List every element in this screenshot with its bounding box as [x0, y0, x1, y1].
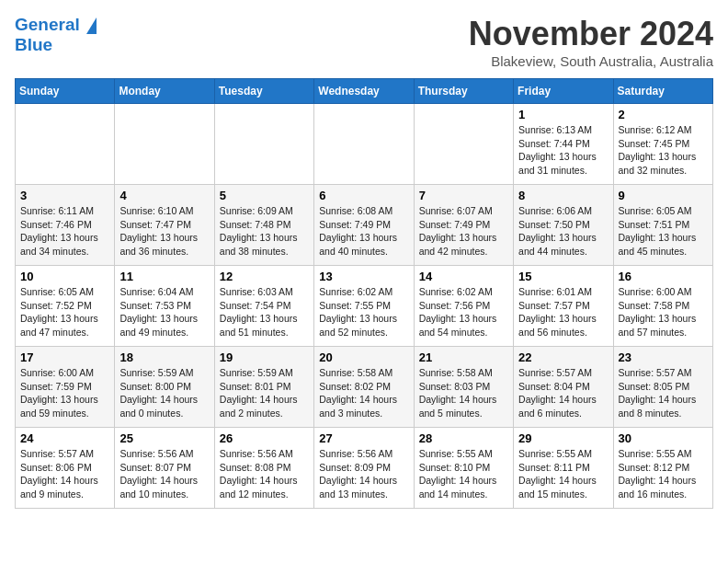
day-info: Sunrise: 6:01 AMSunset: 7:57 PMDaylight:…	[518, 285, 608, 339]
day-number: 16	[619, 270, 708, 283]
day-info: Sunrise: 5:58 AMSunset: 8:02 PMDaylight:…	[319, 366, 408, 420]
calendar-cell: 24Sunrise: 5:57 AMSunset: 8:06 PMDayligh…	[16, 428, 115, 509]
day-number: 13	[319, 270, 408, 283]
day-number: 23	[619, 350, 708, 364]
day-info: Sunrise: 5:56 AMSunset: 8:07 PMDaylight:…	[119, 447, 209, 501]
calendar-week-row: 10Sunrise: 6:05 AMSunset: 7:52 PMDayligh…	[16, 266, 713, 347]
day-info: Sunrise: 6:13 AMSunset: 7:44 PMDaylight:…	[518, 123, 608, 178]
col-header-wednesday: Wednesday	[314, 79, 414, 104]
day-number: 28	[419, 431, 508, 445]
day-number: 10	[20, 270, 109, 283]
calendar-cell: 11Sunrise: 6:04 AMSunset: 7:53 PMDayligh…	[115, 266, 214, 347]
day-number: 7	[419, 189, 508, 202]
day-info: Sunrise: 5:57 AMSunset: 8:05 PMDaylight:…	[619, 366, 708, 420]
logo-triangle-icon	[86, 17, 97, 34]
calendar-cell: 22Sunrise: 5:57 AMSunset: 8:04 PMDayligh…	[514, 347, 613, 428]
day-info: Sunrise: 5:56 AMSunset: 8:08 PMDaylight:…	[220, 447, 309, 501]
day-info: Sunrise: 6:10 AMSunset: 7:47 PMDaylight:…	[119, 204, 209, 259]
day-info: Sunrise: 6:08 AMSunset: 7:49 PMDaylight:…	[319, 204, 408, 259]
day-number: 8	[518, 189, 608, 202]
day-info: Sunrise: 6:05 AMSunset: 7:52 PMDaylight:…	[20, 285, 109, 339]
calendar-cell: 14Sunrise: 6:02 AMSunset: 7:56 PMDayligh…	[414, 266, 513, 347]
calendar-cell: 7Sunrise: 6:07 AMSunset: 7:49 PMDaylight…	[414, 185, 513, 266]
calendar-cell	[414, 104, 513, 185]
day-number: 18	[119, 350, 209, 364]
calendar-cell: 3Sunrise: 6:11 AMSunset: 7:46 PMDaylight…	[16, 185, 115, 266]
day-number: 19	[220, 350, 309, 364]
calendar-cell: 25Sunrise: 5:56 AMSunset: 8:07 PMDayligh…	[115, 428, 214, 509]
calendar-cell: 28Sunrise: 5:55 AMSunset: 8:10 PMDayligh…	[414, 428, 513, 509]
calendar-cell: 12Sunrise: 6:03 AMSunset: 7:54 PMDayligh…	[214, 266, 313, 347]
location-subtitle: Blakeview, South Australia, Australia	[469, 53, 713, 69]
title-block: November 2024 Blakeview, South Australia…	[469, 15, 713, 69]
day-number: 15	[518, 270, 608, 283]
day-info: Sunrise: 6:02 AMSunset: 7:55 PMDaylight:…	[319, 285, 408, 339]
day-info: Sunrise: 6:04 AMSunset: 7:53 PMDaylight:…	[119, 285, 209, 339]
calendar-cell: 1Sunrise: 6:13 AMSunset: 7:44 PMDaylight…	[514, 104, 613, 185]
logo-text-general: General	[15, 15, 80, 34]
col-header-friday: Friday	[514, 79, 613, 104]
day-info: Sunrise: 5:55 AMSunset: 8:10 PMDaylight:…	[419, 447, 508, 501]
calendar-cell	[214, 104, 313, 185]
day-number: 30	[619, 431, 708, 445]
calendar-cell: 17Sunrise: 6:00 AMSunset: 7:59 PMDayligh…	[16, 347, 115, 428]
day-info: Sunrise: 6:00 AMSunset: 7:58 PMDaylight:…	[619, 285, 708, 339]
calendar-cell	[115, 104, 214, 185]
calendar-cell: 2Sunrise: 6:12 AMSunset: 7:45 PMDaylight…	[613, 104, 712, 185]
day-info: Sunrise: 5:56 AMSunset: 8:09 PMDaylight:…	[319, 447, 408, 501]
day-info: Sunrise: 6:07 AMSunset: 7:49 PMDaylight:…	[419, 204, 508, 259]
calendar-cell: 8Sunrise: 6:06 AMSunset: 7:50 PMDaylight…	[514, 185, 613, 266]
day-number: 22	[518, 350, 608, 364]
day-number: 21	[419, 350, 508, 364]
day-info: Sunrise: 5:58 AMSunset: 8:03 PMDaylight:…	[419, 366, 508, 420]
day-info: Sunrise: 5:57 AMSunset: 8:06 PMDaylight:…	[20, 447, 109, 501]
day-info: Sunrise: 6:05 AMSunset: 7:51 PMDaylight:…	[619, 204, 708, 259]
day-number: 17	[20, 350, 109, 364]
month-title: November 2024	[469, 15, 713, 53]
day-info: Sunrise: 6:03 AMSunset: 7:54 PMDaylight:…	[220, 285, 309, 339]
calendar-header-row: SundayMondayTuesdayWednesdayThursdayFrid…	[16, 79, 713, 104]
calendar-cell: 5Sunrise: 6:09 AMSunset: 7:48 PMDaylight…	[214, 185, 313, 266]
day-number: 11	[119, 270, 209, 283]
calendar-cell: 30Sunrise: 5:55 AMSunset: 8:12 PMDayligh…	[613, 428, 712, 509]
calendar-cell: 19Sunrise: 5:59 AMSunset: 8:01 PMDayligh…	[214, 347, 313, 428]
col-header-saturday: Saturday	[613, 79, 712, 104]
day-number: 20	[319, 350, 408, 364]
calendar-cell: 13Sunrise: 6:02 AMSunset: 7:55 PMDayligh…	[314, 266, 414, 347]
day-info: Sunrise: 6:06 AMSunset: 7:50 PMDaylight:…	[518, 204, 608, 259]
calendar-week-row: 1Sunrise: 6:13 AMSunset: 7:44 PMDaylight…	[16, 104, 713, 185]
page-header: General Blue November 2024 Blakeview, So…	[15, 15, 713, 69]
calendar-cell: 21Sunrise: 5:58 AMSunset: 8:03 PMDayligh…	[414, 347, 513, 428]
day-info: Sunrise: 6:11 AMSunset: 7:46 PMDaylight:…	[20, 204, 109, 259]
day-number: 2	[619, 108, 708, 121]
day-number: 24	[20, 431, 109, 445]
calendar-cell: 10Sunrise: 6:05 AMSunset: 7:52 PMDayligh…	[16, 266, 115, 347]
calendar-cell: 27Sunrise: 5:56 AMSunset: 8:09 PMDayligh…	[314, 428, 414, 509]
calendar-table: SundayMondayTuesdayWednesdayThursdayFrid…	[15, 78, 713, 509]
calendar-cell: 18Sunrise: 5:59 AMSunset: 8:00 PMDayligh…	[115, 347, 214, 428]
day-number: 14	[419, 270, 508, 283]
calendar-cell	[16, 104, 115, 185]
calendar-cell: 15Sunrise: 6:01 AMSunset: 7:57 PMDayligh…	[514, 266, 613, 347]
day-number: 3	[20, 189, 109, 202]
day-info: Sunrise: 5:57 AMSunset: 8:04 PMDaylight:…	[518, 366, 608, 420]
calendar-cell: 29Sunrise: 5:55 AMSunset: 8:11 PMDayligh…	[514, 428, 613, 509]
day-number: 27	[319, 431, 408, 445]
day-info: Sunrise: 5:59 AMSunset: 8:00 PMDaylight:…	[119, 366, 209, 420]
day-number: 4	[119, 189, 209, 202]
col-header-tuesday: Tuesday	[214, 79, 313, 104]
day-number: 6	[319, 189, 408, 202]
calendar-week-row: 17Sunrise: 6:00 AMSunset: 7:59 PMDayligh…	[16, 347, 713, 428]
day-info: Sunrise: 5:59 AMSunset: 8:01 PMDaylight:…	[220, 366, 309, 420]
day-number: 5	[220, 189, 309, 202]
logo-text-blue: Blue	[15, 35, 97, 55]
day-info: Sunrise: 6:09 AMSunset: 7:48 PMDaylight:…	[220, 204, 309, 259]
day-number: 1	[518, 108, 608, 121]
calendar-cell: 20Sunrise: 5:58 AMSunset: 8:02 PMDayligh…	[314, 347, 414, 428]
col-header-sunday: Sunday	[16, 79, 115, 104]
logo: General Blue	[15, 15, 97, 55]
day-info: Sunrise: 6:02 AMSunset: 7:56 PMDaylight:…	[419, 285, 508, 339]
day-number: 12	[220, 270, 309, 283]
calendar-cell: 23Sunrise: 5:57 AMSunset: 8:05 PMDayligh…	[613, 347, 712, 428]
calendar-week-row: 3Sunrise: 6:11 AMSunset: 7:46 PMDaylight…	[16, 185, 713, 266]
